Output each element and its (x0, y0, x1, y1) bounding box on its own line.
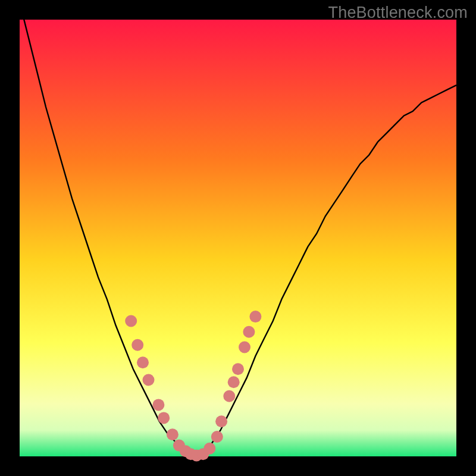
curve-marker (215, 415, 227, 427)
watermark-text: TheBottleneck.com (328, 4, 468, 22)
curve-marker (158, 412, 170, 424)
chart-overlay (20, 20, 456, 456)
curve-marker (152, 399, 164, 411)
curve-marker (232, 363, 244, 375)
curve-marker (243, 326, 255, 338)
curve-marker (143, 374, 155, 386)
bottleneck-curve (20, 2, 456, 456)
curve-marker (131, 339, 143, 351)
chart-frame: TheBottleneck.com (0, 0, 476, 476)
curve-markers (125, 311, 261, 461)
curve-marker (223, 390, 235, 402)
curve-marker (203, 443, 215, 455)
curve-marker (239, 342, 250, 353)
curve-marker (125, 315, 137, 327)
curve-marker (167, 428, 178, 440)
curve-marker (249, 311, 261, 322)
curve-marker (137, 356, 149, 368)
curve-marker (228, 376, 240, 388)
curve-marker (211, 431, 223, 443)
